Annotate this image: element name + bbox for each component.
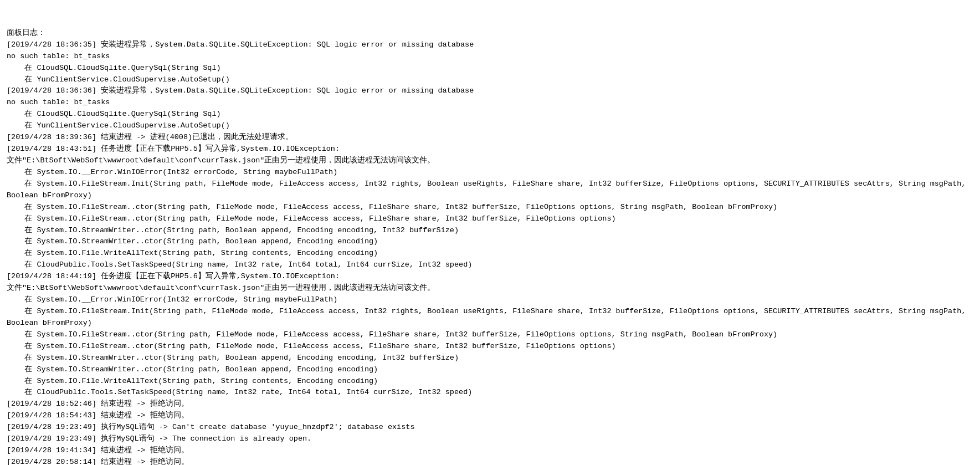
- log-content: 面板日志： [2019/4/28 18:36:35] 安装进程异常，System…: [7, 28, 973, 465]
- log-container: 面板日志： [2019/4/28 18:36:35] 安装进程异常，System…: [7, 4, 973, 465]
